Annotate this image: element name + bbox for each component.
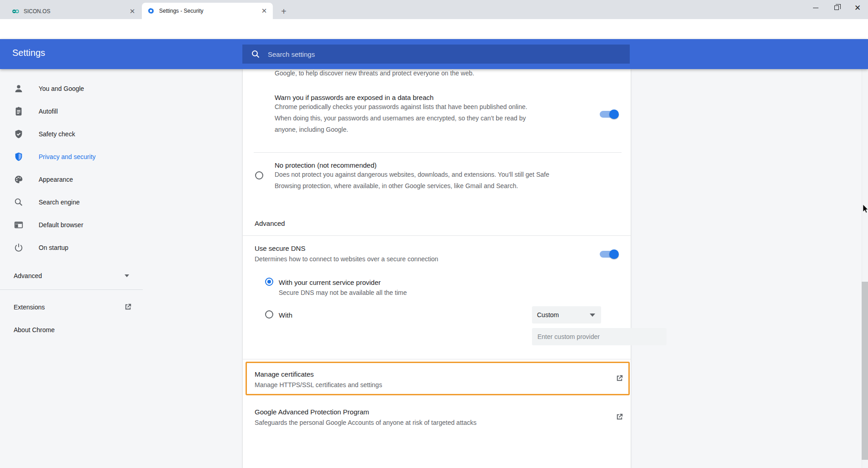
breach-warning-toggle[interactable] — [600, 111, 618, 118]
no-protection-description: Does not protect you against dangerous w… — [275, 169, 625, 192]
tab-close-icon[interactable]: ✕ — [128, 7, 136, 15]
advanced-section-heading: Advanced — [255, 219, 285, 227]
settings-page: You and Google Autofill Safety check Pri… — [0, 69, 868, 468]
browser-toolbar: ← → ↻ Chrome | chrome://settings/securit… — [0, 19, 868, 39]
divider — [243, 235, 631, 236]
external-link-icon — [124, 303, 132, 311]
sidebar-label: Search engine — [39, 199, 80, 206]
sidebar-label: Appearance — [39, 176, 73, 183]
shield-check-icon — [14, 129, 24, 139]
close-icon: ✕ — [854, 4, 861, 12]
sidebar-advanced-toggle[interactable]: Advanced — [14, 272, 42, 279]
sidebar-item-extensions[interactable]: Extensions — [14, 304, 45, 311]
dns-custom-label: With — [279, 311, 292, 319]
sidebar-item-autofill[interactable]: Autofill — [0, 102, 143, 120]
sidebar-item-privacy-and-security[interactable]: Privacy and security — [0, 148, 143, 166]
dropdown-caret-icon — [590, 314, 595, 317]
settings-header: Settings Search settings — [0, 39, 868, 69]
page-title: Settings — [12, 48, 45, 58]
no-protection-title: No protection (not recommended) — [275, 161, 376, 169]
settings-search-box[interactable]: Search settings — [242, 45, 630, 64]
sidebar-label: Autofill — [39, 108, 58, 115]
sicon-favicon-icon — [12, 8, 19, 15]
advanced-protection-title[interactable]: Google Advanced Protection Program — [255, 408, 369, 416]
breach-warning-description: Chrome periodically checks your password… — [275, 101, 584, 135]
person-icon — [14, 84, 24, 94]
sidebar-item-search-engine[interactable]: Search engine — [0, 193, 143, 211]
dns-provider-label: With your current service provider — [279, 279, 381, 286]
tab-title: SICON.OS — [24, 8, 128, 15]
autofill-icon — [14, 106, 24, 116]
sidebar-divider — [0, 289, 143, 290]
divider — [254, 152, 622, 153]
advanced-protection-description: Safeguards the personal Google Accounts … — [255, 417, 477, 428]
dns-custom-radio[interactable] — [265, 310, 273, 319]
sidebar-item-on-startup[interactable]: On startup — [0, 239, 143, 257]
restore-button[interactable] — [826, 0, 847, 15]
settings-card: Google, to help discover new threats and… — [243, 69, 631, 468]
sidebar-label: Default browser — [39, 221, 83, 229]
new-tab-button[interactable]: + — [277, 5, 290, 18]
tab-close-icon[interactable]: ✕ — [260, 7, 268, 15]
sidebar-item-safety-check[interactable]: Safety check — [0, 125, 143, 143]
privacy-shield-icon — [14, 152, 24, 162]
sidebar-item-you-and-google[interactable]: You and Google — [0, 80, 143, 98]
dns-custom-provider-select[interactable]: Custom — [532, 306, 601, 324]
settings-gear-favicon-icon — [147, 7, 155, 15]
breach-warning-title: Warn you if passwords are exposed in a d… — [275, 94, 434, 101]
divider — [243, 359, 631, 359]
external-link-icon[interactable] — [615, 413, 624, 421]
dns-provider-sublabel: Secure DNS may not be available all the … — [279, 287, 407, 299]
highlight-box — [246, 362, 630, 395]
sidebar-label: Privacy and security — [39, 153, 95, 160]
window-controls: ✕ — [805, 0, 868, 19]
tab-title: Settings - Security — [159, 8, 260, 14]
tab-sicon[interactable]: SICON.OS ✕ — [6, 4, 141, 19]
search-icon — [14, 197, 24, 207]
dns-provider-radio[interactable] — [265, 278, 273, 286]
close-button[interactable]: ✕ — [847, 0, 868, 15]
no-protection-radio[interactable] — [255, 171, 263, 179]
sidebar-label: You and Google — [39, 85, 84, 92]
chevron-down-icon[interactable] — [125, 274, 129, 277]
minimize-icon — [813, 8, 818, 8]
sidebar-item-appearance[interactable]: Appearance — [0, 170, 143, 189]
sidebar-label: On startup — [39, 244, 68, 251]
secure-dns-description: Determines how to connect to websites ov… — [255, 254, 438, 265]
sidebar-item-default-browser[interactable]: Default browser — [0, 216, 143, 234]
tab-settings-security[interactable]: Settings - Security ✕ — [142, 3, 273, 19]
settings-search-placeholder: Search settings — [268, 50, 315, 58]
restore-icon — [834, 5, 839, 10]
sidebar-label: Safety check — [39, 130, 75, 138]
power-icon — [14, 243, 24, 253]
sidebar-item-about-chrome[interactable]: About Chrome — [14, 326, 55, 334]
scrollbar-thumb[interactable] — [862, 282, 868, 460]
dropdown-selected-value: Custom — [537, 311, 559, 319]
tab-strip: SICON.OS ✕ Settings - Security ✕ + ✕ — [0, 0, 868, 19]
palette-icon — [14, 174, 24, 184]
minimize-button[interactable] — [805, 0, 826, 15]
search-icon — [251, 50, 260, 59]
secure-dns-toggle[interactable] — [600, 251, 618, 258]
mouse-cursor — [863, 204, 868, 214]
clipped-description-line: Google, to help discover new threats and… — [275, 68, 474, 79]
custom-provider-input[interactable] — [532, 328, 667, 345]
secure-dns-title: Use secure DNS — [255, 244, 306, 252]
browser-icon — [14, 220, 24, 230]
